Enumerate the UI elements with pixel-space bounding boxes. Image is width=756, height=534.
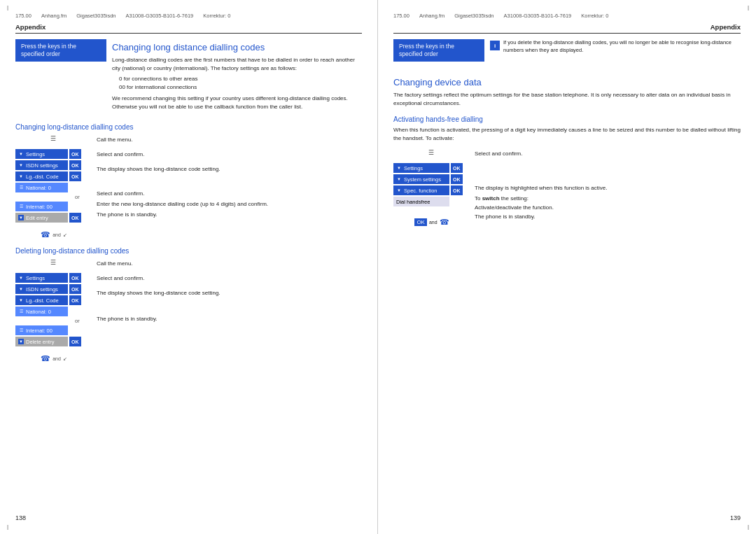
menu-row-national-2: ☰ National: 0 — [15, 307, 92, 316]
factory-list-item-1: 0 for connections to other areas — [119, 75, 362, 83]
meta-line-right: 175.00 Anhang.fm Gigaset3035isdn A31008-… — [393, 13, 741, 19]
ok-btn-settings-2: OK — [69, 273, 81, 283]
right-page: | | 175.00 Anhang.fm Gigaset3035isdn A31… — [378, 0, 756, 534]
meta-page-num-right: 175.00 — [393, 13, 410, 19]
menu-row-delete: ▼ Delete entry OK — [15, 337, 92, 346]
menu-row-isdn-1: ▼ ISDN settings OK — [15, 160, 92, 170]
menu-area-right-1: ▼ Settings OK ▼ System settings OK — [393, 163, 470, 208]
meta-page-num-left: 175.00 — [15, 13, 31, 19]
menu-row-system-r1: ▼ System settings OK — [393, 174, 470, 184]
step-activate-text: Activate/deactivate the function. — [475, 204, 741, 211]
info-icon-right: i — [490, 41, 500, 50]
meta-korrektur-left: Korrektur: 0 — [203, 13, 230, 19]
blue-header-box-right: Press the keys in the specified order — [393, 39, 484, 69]
step-select-3: Select and confirm. — [97, 275, 362, 281]
info-text-right: If you delete the long-distance dialling… — [503, 39, 741, 54]
sub2-title: Deleting long-distance dialling codes — [15, 247, 362, 255]
step-display-2: The display shows the long-distance code… — [97, 290, 362, 296]
factory-list-item-2: 00 for international connections — [119, 83, 362, 92]
menu-row-internat-1: ☰ Internat: 00 — [15, 202, 92, 211]
menu-row-internat-2: ☰ Internat: 00 — [15, 325, 92, 335]
left-page: | | 175.00 Anhang.fm Gigaset3035isdn A31… — [0, 0, 378, 534]
corner-mark-br: | — [748, 524, 749, 530]
meta-file-left: Anhang.fm — [41, 13, 66, 19]
step-standby-1: The phone is in standby. — [97, 211, 362, 218]
meta-file-right: Anhang.fm — [419, 13, 444, 19]
blue-header-box-left: Press the keys in the specified order — [15, 39, 106, 113]
meta-model-right: Gigaset3035isdn — [454, 13, 493, 19]
step-select-2: Select and confirm. — [97, 190, 362, 197]
step-select-confirm-right: Select and confirm. — [475, 150, 741, 157]
page-number-right: 139 — [393, 507, 741, 521]
step-switch-text: To switch the setting: — [475, 195, 741, 202]
menu-row-national-1: ☰ National: 0 — [15, 183, 92, 192]
appendix-header-right: Appendix — [393, 23, 741, 34]
corner-mark-tr: | — [748, 4, 749, 10]
menu-row-isdn-2: ▼ ISDN settings OK — [15, 284, 92, 294]
ok-btn-settings-r1: OK — [451, 163, 463, 173]
menu-row-settings-2: ▼ Settings OK — [15, 273, 92, 283]
menu-row-dialhandsfree: Dial handsfree — [393, 197, 470, 206]
factory-list: 0 for connections to other areas 00 for … — [119, 75, 362, 92]
menu-row-spec-r1: ▼ Spec. function OK — [393, 185, 470, 195]
step-standby-right: The phone is in standby. — [475, 213, 741, 220]
main-title-right: Changing device data — [393, 77, 741, 87]
ok-btn-isdn-2: OK — [69, 284, 81, 294]
sub1-title: Changing long-distance dialling codes — [15, 123, 362, 131]
phone-icon-1: ☎ — [41, 230, 50, 239]
ok-btn-lgdist-1: OK — [69, 171, 81, 181]
meta-model-left: Gigaset3035isdn — [76, 13, 115, 19]
corner-mark-tl: | — [7, 4, 8, 10]
menu-row-settings-1: ▼ Settings OK — [15, 149, 92, 159]
menu-row-lgdist-1: ▼ Lg.-dist. Code OK — [15, 171, 92, 181]
step-display-highlighted: The display is highlighted when this fun… — [475, 185, 741, 191]
and-label-right: and — [429, 220, 438, 225]
ok-btn-right-bottom: OK — [414, 218, 427, 226]
ok-btn-isdn-1: OK — [69, 160, 81, 170]
ok-btn-delete: OK — [69, 337, 81, 346]
corner-mark-bl: | — [7, 524, 8, 530]
info-row-right: i If you delete the long-distance dialli… — [490, 39, 741, 54]
intro-text: Long-distance dialling codes are the fir… — [112, 56, 362, 72]
sub1-title-right: Activating hands-free dialling — [393, 115, 741, 123]
step-select-1: Select and confirm. — [97, 151, 362, 157]
and-row-1: ☎ and ↙ — [41, 230, 67, 239]
menu-row-edit-1: ▼ Edit entry OK — [15, 213, 92, 223]
step-call-menu-1: Call the menu. — [97, 136, 362, 143]
menu-row-settings-r1: ▼ Settings OK — [393, 163, 470, 173]
recommend-text: We recommend changing this setting if yo… — [112, 94, 362, 111]
main-title-left: Changing long distance dialling codes — [112, 42, 362, 52]
step-enter-code: Enter the new long-distance dialling cod… — [97, 201, 362, 207]
menu-icon-1: ☰ — [48, 134, 58, 143]
phone-icon-right: ☎ — [440, 218, 449, 227]
handsfree-text: When this function is activated, the pre… — [393, 126, 741, 142]
step-display-1: The display shows the long-distance code… — [97, 166, 362, 172]
step-standby-2: The phone is in standby. — [97, 316, 362, 322]
page-number-left: 138 — [15, 507, 362, 521]
meta-line-left: 175.00 Anhang.fm Gigaset3035isdn A31008-… — [15, 13, 362, 19]
step-call-menu-2: Call the menu. — [97, 260, 362, 267]
ok-btn-edit-1: OK — [69, 213, 81, 223]
meta-product-right: A31008-G3035-B101-6-7619 — [504, 13, 572, 19]
menu-row-lgdist-2: ▼ Lg.-dist. Code OK — [15, 295, 92, 305]
menu-area-2: ▼ Settings OK ▼ ISDN settings OK — [15, 273, 92, 348]
meta-korrektur-right: Korrektur: 0 — [581, 13, 608, 19]
device-data-text: The factory settings reflect the optimum… — [393, 91, 741, 107]
and-row-2: ☎ and ↙ — [41, 354, 67, 363]
and-row-right: OK and ☎ — [414, 218, 449, 227]
meta-product-left: A31008-G3035-B101-6-7619 — [126, 13, 194, 19]
or-text-2: or — [75, 318, 92, 324]
or-text-1: or — [75, 194, 92, 200]
ok-btn-settings-1: OK — [69, 149, 81, 159]
ok-btn-spec-r1: OK — [451, 185, 463, 195]
menu-area-1: ▼ Settings OK ▼ ISDN settings OK — [15, 149, 92, 224]
menu-icon-right-1: ☰ — [426, 148, 436, 157]
menu-icon-2: ☰ — [48, 258, 58, 267]
ok-btn-system-r1: OK — [451, 174, 463, 184]
ok-btn-lgdist-2: OK — [69, 295, 81, 305]
phone-icon-2: ☎ — [41, 354, 50, 363]
appendix-header-left: Appendix — [15, 23, 362, 34]
